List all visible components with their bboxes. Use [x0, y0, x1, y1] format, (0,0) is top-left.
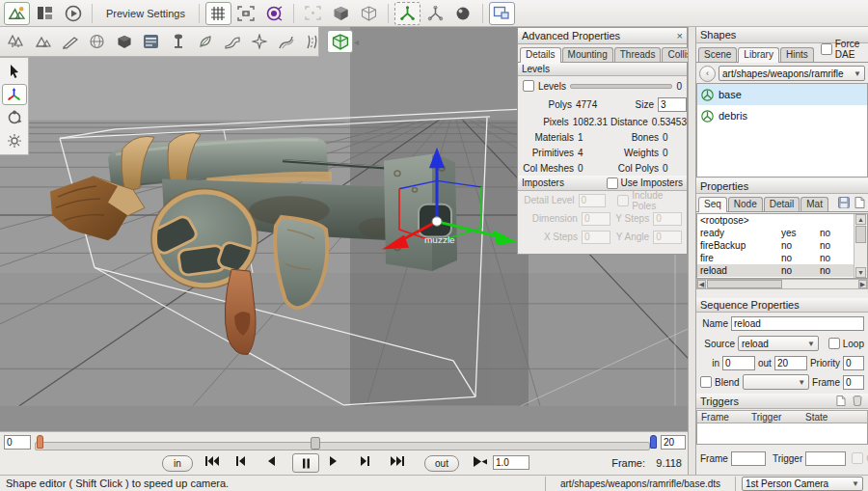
sequence-row-fire[interactable]: fire no no	[697, 252, 854, 264]
timeline-scrubber-thumb[interactable]	[311, 437, 320, 450]
world-editor-button[interactable]	[84, 30, 110, 53]
loop-checkbox[interactable]	[828, 338, 840, 349]
scene-preview-button[interactable]	[4, 2, 30, 25]
rotate-tool-button[interactable]	[2, 107, 27, 128]
back-button[interactable]: ‹	[699, 66, 716, 82]
close-icon[interactable]: ×	[677, 30, 683, 41]
set-out-button[interactable]: out	[424, 455, 459, 472]
timeline-out-marker[interactable]	[650, 435, 657, 449]
delete-trigger-button[interactable]	[851, 395, 864, 408]
tab-details[interactable]: Details	[520, 47, 561, 63]
in-input[interactable]	[722, 356, 755, 370]
grid-toggle-button[interactable]	[205, 2, 231, 25]
pause-button[interactable]	[292, 453, 319, 473]
move-tool-button[interactable]	[2, 84, 27, 105]
add-trigger-button[interactable]	[834, 395, 848, 408]
tab-scene[interactable]: Scene	[698, 47, 737, 62]
sequence-row-ready[interactable]: ready yes no	[697, 227, 854, 239]
scroll-up-icon[interactable]: ▲	[855, 214, 866, 225]
record-camera-button[interactable]	[261, 2, 287, 25]
timeline-track[interactable]	[35, 442, 650, 450]
save-sequence-button[interactable]	[837, 196, 851, 209]
new-sequence-button[interactable]	[854, 196, 867, 209]
step-forward-button[interactable]	[360, 455, 370, 467]
step-back-button[interactable]	[235, 455, 246, 467]
tab-hints[interactable]: Hints	[780, 47, 814, 62]
use-imposters-checkbox[interactable]	[607, 177, 618, 189]
terrain-editor-button[interactable]	[30, 30, 56, 53]
screenshot-button[interactable]	[233, 2, 259, 25]
road-editor-button[interactable]	[300, 30, 326, 53]
show-objects-button[interactable]	[450, 2, 476, 25]
blend-checkbox[interactable]	[700, 376, 712, 388]
sequences-hscrollbar[interactable]: ◀ ▶	[696, 279, 868, 289]
go-to-start-button[interactable]	[204, 455, 220, 467]
select-tool-button[interactable]	[2, 61, 27, 82]
preview-settings-label[interactable]: Preview Settings	[98, 8, 193, 19]
scroll-right-icon[interactable]: ▶	[858, 280, 867, 288]
blend-source-dropdown[interactable]: ▼	[743, 374, 810, 390]
tab-threads[interactable]: Threads	[614, 47, 662, 62]
light-tool-button[interactable]	[2, 130, 27, 151]
play-preview-button[interactable]	[60, 2, 86, 25]
timeline-end-input[interactable]	[661, 435, 686, 450]
river-editor-button[interactable]	[273, 30, 299, 53]
name-input[interactable]	[731, 316, 864, 331]
panel-splitter[interactable]	[688, 27, 696, 475]
scroll-thumb[interactable]	[855, 226, 866, 243]
datablock-editor-button[interactable]	[138, 30, 164, 53]
particle-editor-button[interactable]	[246, 30, 272, 53]
levels-checkbox[interactable]	[523, 80, 534, 92]
play-backward-button[interactable]	[266, 455, 276, 467]
forest-editor-button[interactable]	[3, 30, 29, 53]
speed-input[interactable]	[493, 455, 529, 470]
timeline-in-marker[interactable]	[37, 435, 43, 449]
gizmo-origin-handle[interactable]	[432, 217, 442, 226]
wireframe-shading-button[interactable]	[356, 2, 382, 25]
toolbar-collapse-arrow[interactable]: ◂	[354, 37, 361, 47]
priority-input[interactable]	[843, 356, 864, 370]
set-in-button[interactable]: in	[162, 455, 193, 472]
terrain-painter-button[interactable]	[57, 30, 83, 53]
tab-library[interactable]: Library	[738, 47, 779, 63]
sequences-vscrollbar[interactable]: ▲ ▼	[854, 214, 867, 278]
tab-node[interactable]: Node	[728, 197, 763, 211]
list-item-base[interactable]: base	[697, 84, 867, 105]
playback-speed-button[interactable]	[473, 455, 488, 468]
triggers-list[interactable]	[696, 423, 868, 445]
size-input[interactable]	[658, 97, 687, 112]
scroll-down-icon[interactable]: ▼	[855, 267, 866, 278]
trigger-value-input[interactable]	[805, 451, 846, 466]
show-bounds-button[interactable]	[422, 2, 448, 25]
sequence-row-reload[interactable]: reload no no	[697, 264, 854, 277]
solid-shading-button[interactable]	[328, 2, 354, 25]
sequence-row-rootpose[interactable]: <rootpose>	[697, 214, 854, 227]
library-path-dropdown[interactable]: art/shapes/weapons/ramrifle ▼	[719, 66, 865, 81]
fit-view-button[interactable]	[300, 2, 326, 25]
mesh-road-editor-button[interactable]	[219, 30, 245, 53]
tab-seq[interactable]: Seq	[698, 197, 727, 212]
levels-slider[interactable]	[570, 84, 673, 89]
trigger-frame-input[interactable]	[731, 451, 766, 466]
force-dae-checkbox[interactable]	[821, 43, 832, 55]
tab-detail[interactable]: Detail	[764, 197, 800, 211]
scroll-left-icon[interactable]: ◀	[697, 280, 706, 288]
tab-mat[interactable]: Mat	[800, 197, 828, 211]
camera-mode-dropdown[interactable]: 1st Person Camera ▼	[742, 477, 863, 491]
sequence-row-fireBackup[interactable]: fireBackup no no	[697, 239, 854, 252]
out-input[interactable]	[774, 356, 807, 370]
object-editor-button[interactable]	[111, 30, 137, 53]
forest-brush-button[interactable]	[192, 30, 218, 53]
layout-button[interactable]	[32, 2, 58, 25]
shape-editor-button[interactable]	[327, 30, 353, 53]
list-item-debris[interactable]: debris	[697, 105, 867, 126]
decal-editor-button[interactable]	[165, 30, 191, 53]
show-nodes-button[interactable]	[394, 2, 420, 25]
advanced-properties-titlebar[interactable]: Advanced Properties ×	[518, 28, 687, 44]
go-to-end-button[interactable]	[390, 455, 405, 467]
play-button[interactable]	[329, 455, 339, 467]
blend-frame-input[interactable]	[843, 375, 864, 390]
timeline-start-input[interactable]	[4, 435, 31, 450]
tab-mounting[interactable]: Mounting	[562, 47, 613, 62]
source-dropdown[interactable]: reload ▼	[738, 336, 819, 351]
